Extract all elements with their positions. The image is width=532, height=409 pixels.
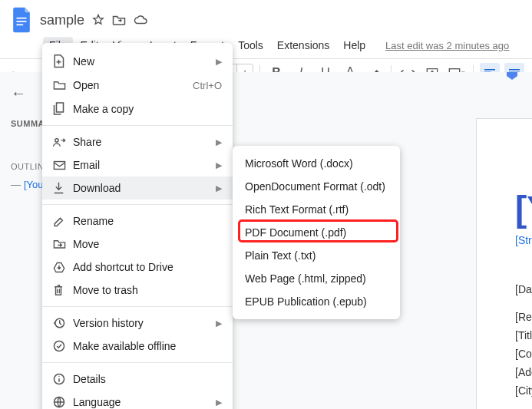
svg-point-4 [55,139,58,142]
download-docx[interactable]: Microsoft Word (.docx) [233,152,400,175]
trash-icon [53,284,73,296]
menu-tools[interactable]: Tools [232,37,269,54]
document-title[interactable]: sample [40,12,84,28]
info-icon [53,373,73,385]
page-line: [Adc [515,366,532,378]
chevron-right-icon: ▶ [216,160,222,170]
folder-open-icon [53,80,73,91]
last-edit-link[interactable]: Last edit was 2 minutes ago [385,40,509,51]
page-line: [Titl [515,329,532,341]
file-menu-rename[interactable]: Rename [42,209,233,233]
new-doc-icon [53,54,73,68]
chevron-right-icon: ▶ [216,183,222,193]
svg-rect-0 [17,18,27,19]
page-line: [Dat [515,283,532,295]
history-icon [53,317,73,329]
file-menu-share[interactable]: Share ▶ [42,130,233,153]
move-folder-icon[interactable] [112,14,126,26]
page-heading: [Y [515,188,532,229]
svg-rect-5 [54,161,64,169]
download-icon [53,182,73,194]
file-menu-open[interactable]: Open Ctrl+O [42,74,233,97]
file-menu-new[interactable]: New ▶ [42,49,233,74]
file-menu-language[interactable]: Language ▶ [42,391,233,409]
file-menu: New ▶ Open Ctrl+O Make a copy Share ▶ Em… [42,43,233,409]
email-icon [53,160,73,170]
svg-point-7 [54,341,64,351]
page-line: [City [515,384,532,397]
menu-extensions[interactable]: Extensions [271,37,335,54]
download-html[interactable]: Web Page (.html, zipped) [233,267,400,290]
download-pdf[interactable]: PDF Document (.pdf) [233,221,400,244]
file-menu-details[interactable]: Details [42,368,233,391]
share-icon [53,137,73,147]
download-txt[interactable]: Plain Text (.txt) [233,244,400,267]
ruler-indent-marker[interactable] [507,72,517,80]
svg-rect-2 [17,24,24,25]
chevron-right-icon: ▶ [216,57,222,67]
rename-icon [53,215,73,227]
file-menu-make-copy[interactable]: Make a copy [42,97,233,120]
page-line: [Rec [515,311,532,323]
file-menu-move[interactable]: Move [42,233,233,256]
chevron-right-icon: ▶ [216,397,222,407]
file-menu-version-history[interactable]: Version history ▶ [42,312,233,335]
star-icon[interactable] [92,14,104,26]
download-submenu: Microsoft Word (.docx) OpenDocument Form… [233,146,400,319]
menu-help[interactable]: Help [337,37,372,54]
download-rtf[interactable]: Rich Text Format (.rtf) [233,198,400,221]
page-address: [Stre [515,234,532,246]
file-menu-add-shortcut[interactable]: Add shortcut to Drive [42,256,233,279]
svg-rect-1 [17,21,27,22]
file-menu-offline[interactable]: Make available offline [42,335,233,358]
move-icon [53,239,73,249]
download-odt[interactable]: OpenDocument Format (.odt) [233,175,400,198]
chevron-right-icon: ▶ [216,318,222,328]
docs-logo-icon[interactable] [11,6,32,34]
download-epub[interactable]: EPUB Publication (.epub) [233,290,400,313]
drive-shortcut-icon [53,262,73,273]
chevron-right-icon: ▶ [216,137,222,147]
page-line: [Cor [515,348,532,360]
copy-icon [53,102,73,115]
offline-icon [53,340,73,352]
document-page[interactable]: [Y [Stre [Dat [Rec [Titl [Cor [Adc [City… [476,118,532,409]
file-menu-download[interactable]: Download ▶ [42,176,233,200]
file-menu-trash[interactable]: Move to trash [42,279,233,302]
file-menu-email[interactable]: Email ▶ [42,153,233,176]
globe-icon [53,396,73,408]
cloud-status-icon[interactable] [134,15,147,25]
